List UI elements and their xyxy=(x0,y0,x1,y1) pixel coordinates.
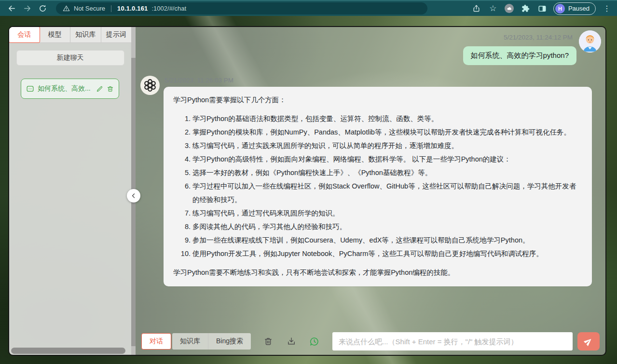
tab-model-label: 模型 xyxy=(48,30,62,39)
tab-dialogue-label: 对话 xyxy=(150,337,163,346)
browser-profile-button[interactable]: H Paused xyxy=(553,2,596,15)
forward-arrow-icon xyxy=(23,4,31,13)
tab-model[interactable]: 模型 xyxy=(40,27,71,42)
omnibox-separator xyxy=(111,5,111,12)
sidebar: 会话 模型 知识库 提示词 新建聊天 如何系统、高效... xyxy=(9,27,131,355)
assistant-avatar xyxy=(140,76,160,95)
tab-conversation-label: 会话 xyxy=(17,30,31,39)
message-list: 5/21/2023, 11:24:12 PM 如何系统、高效的学习python? xyxy=(136,27,605,328)
list-item: 学习过程中可以加入一些在线编程社区，例如Stack Overflow、GitHu… xyxy=(192,179,582,206)
sidebar-horizontal-scrollbar[interactable] xyxy=(11,348,125,354)
kebab-menu-icon: ⋮ xyxy=(603,5,611,13)
export-chat-button[interactable] xyxy=(286,336,297,347)
user-message-bubble: 如何系统、高效的学习python? xyxy=(463,46,576,65)
message-input[interactable] xyxy=(332,332,573,351)
tab-conversation[interactable]: 会话 xyxy=(9,27,40,43)
browser-actions: ☆ H Paused ⋮ xyxy=(471,2,612,15)
chat-item-title: 如何系统、高效... xyxy=(38,84,93,93)
list-item: 掌握Python的模块和库，例如NumPy、Pandas、Matplotlib等… xyxy=(192,125,582,139)
tab-knowledge[interactable]: 知识库 xyxy=(172,333,208,350)
bookmark-star-icon: ☆ xyxy=(489,4,496,13)
chat-app-window: 会话 模型 知识库 提示词 新建聊天 如何系统、高效... xyxy=(8,26,606,356)
assistant-intro-text: 学习Python需要掌握以下几个方面： xyxy=(173,94,582,106)
send-plane-icon xyxy=(582,335,595,348)
assistant-message-bubble: 学习Python需要掌握以下几个方面： 学习Python的基础语法和数据类型，包… xyxy=(164,87,592,286)
user-message-row: 5/21/2023, 11:24:12 PM 如何系统、高效的学习python? xyxy=(140,30,603,65)
send-button[interactable] xyxy=(577,332,600,351)
list-item: 参加一些在线课程或线下培训，例如Coursera、Udemy、edX等，这些课程… xyxy=(192,233,582,247)
share-icon xyxy=(472,4,480,13)
cloud-extension-icon xyxy=(505,4,514,13)
reload-button[interactable] xyxy=(36,2,49,15)
user-message-timestamp: 5/21/2023, 11:24:12 PM xyxy=(504,34,573,41)
list-item: 学习Python的高级特性，例如面向对象编程、网络编程、数据科学等。 以下是一些… xyxy=(192,152,582,166)
share-button[interactable] xyxy=(471,3,482,14)
openai-logo-icon xyxy=(143,78,157,93)
security-label: Not Secure xyxy=(74,5,105,12)
assistant-message-row: 5/21/2023, 11:26:03 PM 学习Python需要掌握以下几个方… xyxy=(140,76,603,286)
side-panel-icon xyxy=(538,4,547,13)
reload-icon xyxy=(39,4,47,13)
list-item: 多阅读其他人的代码，学习其他人的经验和技巧。 xyxy=(192,220,582,233)
new-chat-button[interactable]: 新建聊天 xyxy=(16,50,124,66)
extensions-button[interactable] xyxy=(521,3,531,14)
assistant-numbered-list: 学习Python的基础语法和数据类型，包括变量、运算符、控制流、函数、类等。 掌… xyxy=(173,112,582,260)
tab-bing-search[interactable]: Bing搜索 xyxy=(208,333,251,350)
forward-button[interactable] xyxy=(20,2,34,15)
list-item: 学习Python的基础语法和数据类型，包括变量、运算符、控制流、函数、类等。 xyxy=(192,112,582,125)
back-button[interactable] xyxy=(5,2,18,15)
browser-menu-button[interactable]: ⋮ xyxy=(602,3,612,14)
mode-tabs: 对话 知识库 Bing搜索 xyxy=(141,333,251,350)
assistant-outro-text: 学习Python需要不断地练习和实践，只有不断地尝试和探索，才能掌握Python… xyxy=(173,266,582,279)
chat-history-button[interactable] xyxy=(309,336,319,347)
sidebar-tabs: 会话 模型 知识库 提示词 xyxy=(9,27,131,43)
pencil-icon[interactable] xyxy=(96,85,103,93)
chat-list-item[interactable]: 如何系统、高效... xyxy=(21,79,119,99)
not-secure-warning-icon xyxy=(63,5,70,12)
user-message-column: 5/21/2023, 11:24:12 PM 如何系统、高效的学习python? xyxy=(463,30,576,65)
chat-bottom-toolbar: 对话 知识库 Bing搜索 xyxy=(136,328,605,355)
profile-status-label: Paused xyxy=(568,5,590,12)
tab-bing-search-label: Bing搜索 xyxy=(216,337,243,346)
url-host: 10.1.0.161 xyxy=(117,5,148,12)
list-item: 练习编写代码，通过实践来巩固所学的知识，可以从简单的程序开始，逐渐增加难度。 xyxy=(192,139,582,152)
address-bar[interactable]: Not Secure 10.1.0.161:1002/#/chat xyxy=(56,2,427,14)
tab-dialogue[interactable]: 对话 xyxy=(141,333,171,350)
chat-history-icon xyxy=(309,337,319,347)
url-path: :1002/#/chat xyxy=(152,5,187,12)
trash-icon xyxy=(263,337,273,346)
list-item: 选择一本好的教材，例如《Python编程快速上手》、《Python基础教程》等。 xyxy=(192,166,582,179)
tab-knowledge-label: 知识库 xyxy=(180,337,200,346)
clear-chat-button[interactable] xyxy=(263,336,274,347)
list-item: 使用Python开发工具，例如Jupyter Notebook、PyCharm等… xyxy=(192,247,582,260)
page-background: 会话 模型 知识库 提示词 新建聊天 如何系统、高效... xyxy=(0,16,617,364)
tab-knowledge-base[interactable]: 知识库 xyxy=(70,27,101,42)
browser-toolbar: Not Secure 10.1.0.161:1002/#/chat ☆ H Pa… xyxy=(0,0,617,16)
tab-knowledge-base-label: 知识库 xyxy=(75,30,96,39)
download-icon xyxy=(287,337,296,346)
tab-prompts-label: 提示词 xyxy=(106,30,126,39)
user-avatar xyxy=(579,30,601,53)
boy-avatar-icon xyxy=(579,30,601,53)
list-item: 练习编写代码，通过写代码来巩固所学的知识。 xyxy=(192,206,582,220)
collapse-sidebar-button[interactable] xyxy=(127,189,140,202)
bookmark-button[interactable]: ☆ xyxy=(488,3,498,14)
sidebar-divider-scrollbar[interactable] xyxy=(131,27,136,355)
delete-chat-trash-icon[interactable] xyxy=(107,85,114,93)
assistant-message-timestamp: 5/21/2023, 11:26:03 PM xyxy=(165,77,592,84)
puzzle-icon xyxy=(521,4,530,13)
assistant-message-column: 5/21/2023, 11:26:03 PM 学习Python需要掌握以下几个方… xyxy=(164,76,592,286)
new-chat-label: 新建聊天 xyxy=(57,54,84,62)
extension-badge-button[interactable] xyxy=(504,3,515,14)
chevron-left-icon xyxy=(131,193,137,199)
chat-bubble-icon xyxy=(26,85,34,93)
chat-main-area: 5/21/2023, 11:24:12 PM 如何系统、高效的学习python? xyxy=(136,27,605,355)
back-arrow-icon xyxy=(8,4,16,13)
side-panel-button[interactable] xyxy=(537,3,548,14)
tab-prompts[interactable]: 提示词 xyxy=(101,27,132,42)
profile-avatar: H xyxy=(555,4,565,13)
